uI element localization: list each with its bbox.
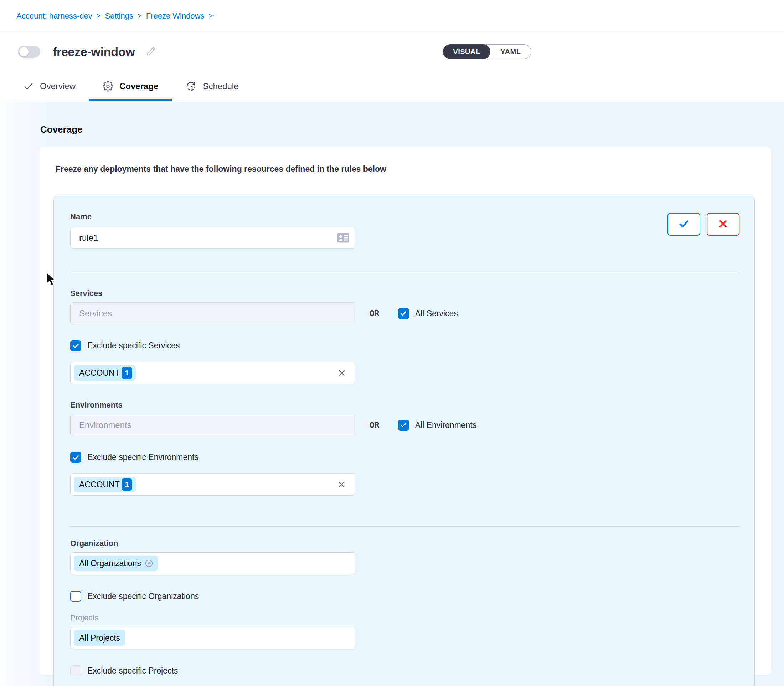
freeze-rule-panel: Name bbox=[54, 196, 755, 686]
all-services-checkbox[interactable] bbox=[398, 308, 409, 319]
breadcrumb-settings[interactable]: Settings bbox=[105, 11, 133, 21]
exclude-organizations-checkbox[interactable] bbox=[70, 591, 81, 602]
organization-label: Organization bbox=[70, 539, 740, 548]
breadcrumb: Account: harness-dev > Settings > Freeze… bbox=[16, 11, 213, 21]
exclude-projects-row: Exclude specific Projects bbox=[70, 665, 740, 676]
breadcrumb-separator: > bbox=[138, 12, 142, 20]
services-label: Services bbox=[70, 289, 740, 298]
schedule-clock-icon bbox=[185, 80, 197, 92]
breadcrumb-bar: Account: harness-dev > Settings > Freeze… bbox=[0, 0, 784, 32]
excluded-environments-input[interactable]: ACCOUNT 1 bbox=[70, 474, 355, 496]
tab-label: Overview bbox=[40, 81, 75, 91]
id-card-icon bbox=[337, 232, 350, 243]
tag-count-badge: 1 bbox=[122, 479, 132, 491]
services-row: OR All Services bbox=[70, 302, 740, 325]
toggle-knob bbox=[19, 47, 29, 57]
view-mode-switcher: VISUAL YAML bbox=[443, 44, 531, 59]
exclude-organizations-label: Exclude specific Organizations bbox=[87, 591, 199, 601]
all-environments-checkbox[interactable] bbox=[398, 420, 409, 431]
exclude-projects-label: Exclude specific Projects bbox=[87, 666, 178, 676]
exclude-services-checkbox[interactable] bbox=[70, 340, 81, 351]
pencil-icon bbox=[145, 46, 157, 58]
tag-label: ACCOUNT bbox=[79, 368, 120, 378]
projects-label: Projects bbox=[70, 613, 740, 622]
tag-label: All Projects bbox=[79, 633, 120, 643]
x-icon bbox=[717, 218, 729, 231]
tab-label: Coverage bbox=[119, 81, 158, 91]
divider bbox=[70, 272, 740, 273]
environments-row: OR All Environments bbox=[70, 414, 740, 436]
coverage-card: Freeze any deployments that have the fol… bbox=[39, 147, 771, 675]
all-services-label: All Services bbox=[415, 309, 458, 318]
rule-header: Name bbox=[70, 212, 740, 248]
excluded-services-input[interactable]: ACCOUNT 1 bbox=[70, 362, 355, 384]
tag-label: ACCOUNT bbox=[79, 480, 120, 490]
excluded-environments-tag[interactable]: ACCOUNT 1 bbox=[74, 477, 136, 492]
exclude-environments-label: Exclude specific Environments bbox=[87, 452, 199, 462]
environments-label: Environments bbox=[70, 400, 740, 410]
name-input-wrap bbox=[70, 227, 355, 248]
title-bar: freeze-window VISUAL YAML bbox=[0, 32, 784, 71]
or-label: OR bbox=[370, 309, 380, 318]
coverage-page: Coverage Freeze any deployments that hav… bbox=[0, 101, 784, 686]
breadcrumb-separator: > bbox=[209, 12, 213, 20]
tab-label: Schedule bbox=[203, 81, 238, 91]
exclude-environments-checkbox[interactable] bbox=[70, 452, 81, 463]
card-heading: Freeze any deployments that have the fol… bbox=[55, 164, 755, 174]
tab-bar: Overview Coverage Schedule bbox=[0, 71, 784, 101]
name-field-group: Name bbox=[70, 212, 355, 248]
tag-label: All Organizations bbox=[79, 559, 141, 568]
exclude-organizations-row: Exclude specific Organizations bbox=[70, 591, 740, 602]
tab-overview[interactable]: Overview bbox=[10, 71, 89, 101]
section-title: Coverage bbox=[40, 124, 784, 135]
all-environments-label: All Environments bbox=[415, 420, 477, 430]
remove-organization-icon[interactable] bbox=[144, 559, 153, 568]
page-title: freeze-window bbox=[53, 45, 135, 59]
rule-actions bbox=[667, 213, 740, 236]
exclude-services-label: Exclude specific Services bbox=[87, 341, 180, 351]
projects-input[interactable]: All Projects bbox=[70, 627, 355, 649]
clear-environments-icon[interactable] bbox=[337, 480, 346, 489]
breadcrumb-separator: > bbox=[96, 12, 101, 20]
yaml-mode-button[interactable]: YAML bbox=[491, 44, 531, 59]
all-organizations-tag[interactable]: All Organizations bbox=[74, 555, 158, 571]
delete-rule-button[interactable] bbox=[707, 213, 740, 236]
check-icon bbox=[678, 217, 690, 231]
edit-name-button[interactable] bbox=[145, 46, 157, 58]
or-label: OR bbox=[370, 420, 380, 430]
services-input[interactable] bbox=[70, 302, 355, 325]
environments-input[interactable] bbox=[70, 414, 355, 436]
tab-schedule[interactable]: Schedule bbox=[172, 71, 252, 101]
breadcrumb-account[interactable]: Account: harness-dev bbox=[16, 11, 92, 21]
excluded-services-tag[interactable]: ACCOUNT 1 bbox=[74, 365, 136, 381]
gear-icon bbox=[103, 81, 113, 91]
exclude-environments-row: Exclude specific Environments bbox=[70, 452, 740, 463]
breadcrumb-freeze-windows[interactable]: Freeze Windows bbox=[146, 11, 205, 21]
exclude-projects-checkbox[interactable] bbox=[70, 665, 81, 676]
all-projects-tag: All Projects bbox=[74, 630, 126, 646]
confirm-rule-button[interactable] bbox=[667, 213, 700, 236]
check-icon bbox=[23, 81, 34, 91]
tab-coverage[interactable]: Coverage bbox=[89, 71, 172, 101]
clear-services-icon[interactable] bbox=[337, 368, 346, 377]
tag-count-badge: 1 bbox=[122, 367, 132, 379]
visual-mode-button[interactable]: VISUAL bbox=[443, 44, 491, 59]
organization-input[interactable]: All Organizations bbox=[70, 552, 355, 574]
freeze-enabled-toggle[interactable] bbox=[18, 46, 40, 58]
rule-name-input[interactable] bbox=[70, 227, 355, 248]
exclude-services-row: Exclude specific Services bbox=[70, 340, 740, 351]
name-label: Name bbox=[70, 212, 355, 221]
divider bbox=[70, 526, 740, 527]
